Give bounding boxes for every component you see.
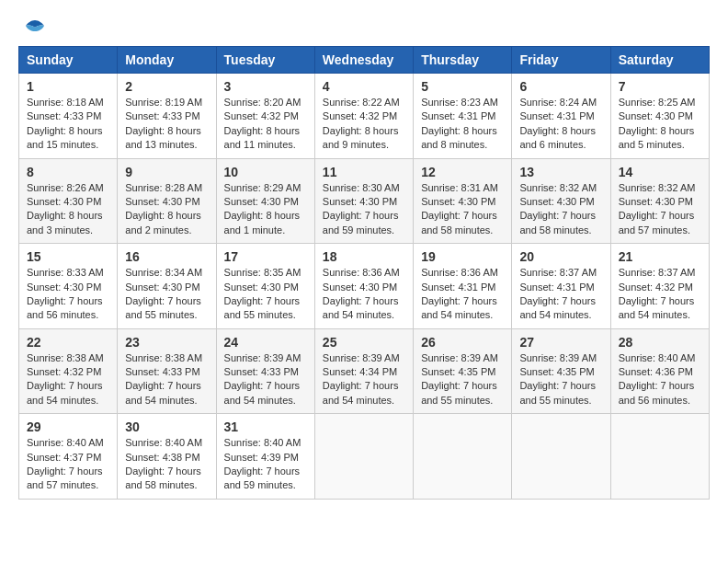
daylight-label: Daylight: 7 hours and 55 minutes. — [125, 295, 201, 320]
day-info: Sunrise: 8:18 AM Sunset: 4:33 PM Dayligh… — [27, 96, 109, 153]
day-info: Sunrise: 8:38 AM Sunset: 4:32 PM Dayligh… — [27, 351, 109, 408]
sunset-label: Sunset: 4:30 PM — [323, 196, 397, 207]
sunset-label: Sunset: 4:30 PM — [224, 196, 299, 207]
calendar-week-3: 15 Sunrise: 8:33 AM Sunset: 4:30 PM Dayl… — [19, 244, 710, 329]
calendar-cell: 17 Sunrise: 8:35 AM Sunset: 4:30 PM Dayl… — [216, 244, 314, 329]
sunrise-label: Sunrise: 8:32 AM — [519, 182, 597, 193]
daylight-label: Daylight: 7 hours and 55 minutes. — [421, 380, 497, 405]
sunrise-label: Sunrise: 8:39 AM — [519, 352, 597, 363]
day-number: 10 — [224, 165, 307, 179]
day-number: 17 — [224, 249, 307, 264]
daylight-label: Daylight: 8 hours and 6 minutes. — [519, 125, 596, 150]
daylight-label: Daylight: 7 hours and 57 minutes. — [619, 210, 695, 235]
sunrise-label: Sunrise: 8:37 AM — [519, 267, 597, 278]
calendar-header-row: SundayMondayTuesdayWednesdayThursdayFrid… — [19, 47, 710, 74]
calendar-cell: 27 Sunrise: 8:39 AM Sunset: 4:35 PM Dayl… — [512, 328, 610, 414]
calendar-cell: 8 Sunrise: 8:26 AM Sunset: 4:30 PM Dayli… — [19, 158, 118, 244]
sunset-label: Sunset: 4:33 PM — [27, 110, 101, 121]
sunset-label: Sunset: 4:30 PM — [323, 282, 397, 293]
calendar-cell: 25 Sunrise: 8:39 AM Sunset: 4:34 PM Dayl… — [314, 328, 413, 414]
sunset-label: Sunset: 4:33 PM — [125, 366, 199, 377]
sunrise-label: Sunrise: 8:32 AM — [619, 182, 696, 193]
day-info: Sunrise: 8:23 AM Sunset: 4:31 PM Dayligh… — [421, 96, 504, 153]
calendar-header-tuesday: Tuesday — [216, 47, 314, 74]
sunset-label: Sunset: 4:31 PM — [421, 282, 495, 293]
day-info: Sunrise: 8:32 AM Sunset: 4:30 PM Dayligh… — [619, 181, 701, 238]
daylight-label: Daylight: 7 hours and 58 minutes. — [125, 465, 201, 490]
day-number: 18 — [323, 249, 405, 264]
sunset-label: Sunset: 4:32 PM — [27, 366, 101, 377]
sunset-label: Sunset: 4:31 PM — [519, 282, 594, 293]
sunset-label: Sunset: 4:30 PM — [421, 196, 495, 207]
sunset-label: Sunset: 4:35 PM — [519, 366, 594, 377]
sunrise-label: Sunrise: 8:38 AM — [125, 352, 202, 363]
calendar-cell: 22 Sunrise: 8:38 AM Sunset: 4:32 PM Dayl… — [19, 328, 118, 414]
sunset-label: Sunset: 4:32 PM — [619, 282, 693, 293]
sunrise-label: Sunrise: 8:24 AM — [519, 97, 597, 108]
calendar-table: SundayMondayTuesdayWednesdayThursdayFrid… — [18, 46, 710, 500]
calendar-cell: 13 Sunrise: 8:32 AM Sunset: 4:30 PM Dayl… — [512, 158, 610, 244]
day-number: 31 — [224, 419, 307, 434]
sunrise-label: Sunrise: 8:30 AM — [323, 182, 400, 193]
sunset-label: Sunset: 4:30 PM — [27, 196, 101, 207]
calendar-cell — [512, 414, 610, 500]
calendar-cell: 21 Sunrise: 8:37 AM Sunset: 4:32 PM Dayl… — [610, 244, 709, 329]
calendar-header-monday: Monday — [118, 47, 216, 74]
sunset-label: Sunset: 4:35 PM — [421, 366, 495, 377]
daylight-label: Daylight: 7 hours and 59 minutes. — [323, 210, 399, 235]
calendar-cell — [610, 414, 709, 500]
day-info: Sunrise: 8:39 AM Sunset: 4:35 PM Dayligh… — [421, 351, 504, 408]
day-info: Sunrise: 8:25 AM Sunset: 4:30 PM Dayligh… — [619, 96, 701, 153]
logo — [18, 18, 48, 37]
calendar-cell: 7 Sunrise: 8:25 AM Sunset: 4:30 PM Dayli… — [610, 74, 709, 159]
day-number: 15 — [27, 249, 109, 264]
day-number: 5 — [421, 79, 504, 94]
daylight-label: Daylight: 7 hours and 55 minutes. — [519, 380, 596, 405]
sunset-label: Sunset: 4:34 PM — [323, 366, 397, 377]
day-info: Sunrise: 8:33 AM Sunset: 4:30 PM Dayligh… — [27, 266, 109, 323]
sunrise-label: Sunrise: 8:40 AM — [224, 437, 301, 448]
calendar-cell: 16 Sunrise: 8:34 AM Sunset: 4:30 PM Dayl… — [118, 244, 216, 329]
sunrise-label: Sunrise: 8:40 AM — [619, 352, 696, 363]
day-info: Sunrise: 8:35 AM Sunset: 4:30 PM Dayligh… — [224, 266, 307, 323]
calendar-cell: 19 Sunrise: 8:36 AM Sunset: 4:31 PM Dayl… — [414, 244, 512, 329]
calendar-cell: 26 Sunrise: 8:39 AM Sunset: 4:35 PM Dayl… — [414, 328, 512, 414]
sunrise-label: Sunrise: 8:39 AM — [224, 352, 301, 363]
calendar-header-saturday: Saturday — [610, 47, 709, 74]
calendar-cell: 5 Sunrise: 8:23 AM Sunset: 4:31 PM Dayli… — [414, 74, 512, 159]
day-info: Sunrise: 8:20 AM Sunset: 4:32 PM Dayligh… — [224, 96, 307, 153]
day-number: 12 — [421, 165, 504, 179]
day-info: Sunrise: 8:22 AM Sunset: 4:32 PM Dayligh… — [323, 96, 405, 153]
day-info: Sunrise: 8:40 AM Sunset: 4:37 PM Dayligh… — [27, 436, 109, 493]
day-info: Sunrise: 8:38 AM Sunset: 4:33 PM Dayligh… — [125, 351, 208, 408]
day-info: Sunrise: 8:39 AM Sunset: 4:34 PM Dayligh… — [323, 351, 405, 408]
daylight-label: Daylight: 7 hours and 54 minutes. — [619, 295, 695, 320]
daylight-label: Daylight: 7 hours and 55 minutes. — [224, 295, 301, 320]
daylight-label: Daylight: 7 hours and 54 minutes. — [323, 380, 399, 405]
calendar-cell: 20 Sunrise: 8:37 AM Sunset: 4:31 PM Dayl… — [512, 244, 610, 329]
calendar-cell: 28 Sunrise: 8:40 AM Sunset: 4:36 PM Dayl… — [610, 328, 709, 414]
daylight-label: Daylight: 8 hours and 1 minute. — [224, 210, 301, 235]
day-info: Sunrise: 8:36 AM Sunset: 4:30 PM Dayligh… — [323, 266, 405, 323]
sunrise-label: Sunrise: 8:26 AM — [27, 182, 104, 193]
day-number: 23 — [125, 335, 208, 350]
day-info: Sunrise: 8:31 AM Sunset: 4:30 PM Dayligh… — [421, 181, 504, 238]
day-number: 19 — [421, 249, 504, 264]
sunset-label: Sunset: 4:38 PM — [125, 452, 199, 463]
daylight-label: Daylight: 8 hours and 11 minutes. — [224, 125, 301, 150]
sunrise-label: Sunrise: 8:33 AM — [27, 267, 104, 278]
daylight-label: Daylight: 8 hours and 3 minutes. — [27, 210, 103, 235]
page-header — [18, 18, 710, 37]
sunset-label: Sunset: 4:33 PM — [224, 366, 299, 377]
day-info: Sunrise: 8:37 AM Sunset: 4:31 PM Dayligh… — [519, 266, 602, 323]
sunrise-label: Sunrise: 8:36 AM — [421, 267, 498, 278]
day-info: Sunrise: 8:26 AM Sunset: 4:30 PM Dayligh… — [27, 181, 109, 238]
daylight-label: Daylight: 7 hours and 56 minutes. — [619, 380, 695, 405]
calendar-cell: 24 Sunrise: 8:39 AM Sunset: 4:33 PM Dayl… — [216, 328, 314, 414]
daylight-label: Daylight: 7 hours and 54 minutes. — [323, 295, 399, 320]
day-number: 9 — [125, 165, 208, 179]
calendar-header-thursday: Thursday — [414, 47, 512, 74]
day-info: Sunrise: 8:19 AM Sunset: 4:33 PM Dayligh… — [125, 96, 208, 153]
sunrise-label: Sunrise: 8:34 AM — [125, 267, 202, 278]
day-number: 2 — [125, 79, 208, 94]
